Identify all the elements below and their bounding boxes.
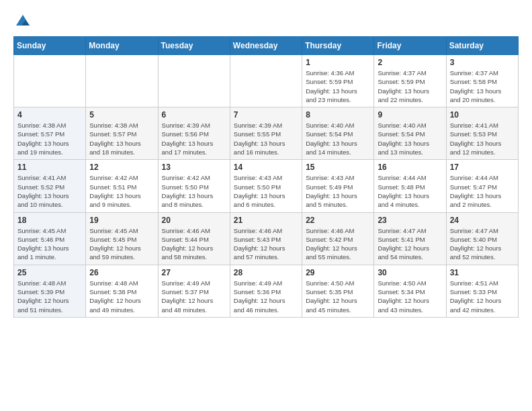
calendar-cell: 27Sunrise: 4:49 AM Sunset: 5:37 PM Dayli… (158, 265, 230, 317)
calendar-day-header: Wednesday (230, 37, 302, 55)
calendar-cell (86, 55, 158, 107)
day-info: Sunrise: 4:45 AM Sunset: 5:45 PM Dayligh… (89, 226, 154, 262)
calendar-cell: 3Sunrise: 4:37 AM Sunset: 5:58 PM Daylig… (446, 55, 518, 107)
calendar-cell: 10Sunrise: 4:41 AM Sunset: 5:53 PM Dayli… (446, 107, 518, 160)
calendar-week-row: 25Sunrise: 4:48 AM Sunset: 5:39 PM Dayli… (14, 265, 519, 317)
day-info: Sunrise: 4:41 AM Sunset: 5:52 PM Dayligh… (17, 173, 82, 209)
day-info: Sunrise: 4:50 AM Sunset: 5:34 PM Dayligh… (378, 279, 442, 314)
day-number: 29 (306, 268, 370, 277)
logo (13, 13, 31, 30)
calendar-cell: 22Sunrise: 4:46 AM Sunset: 5:42 PM Dayli… (302, 212, 374, 265)
day-info: Sunrise: 4:50 AM Sunset: 5:35 PM Dayligh… (306, 279, 370, 314)
day-number: 4 (17, 110, 82, 120)
day-number: 28 (234, 268, 298, 277)
calendar-cell: 8Sunrise: 4:40 AM Sunset: 5:54 PM Daylig… (302, 107, 374, 160)
day-info: Sunrise: 4:37 AM Sunset: 5:59 PM Dayligh… (378, 68, 442, 104)
calendar-cell: 28Sunrise: 4:49 AM Sunset: 5:36 PM Dayli… (230, 265, 302, 317)
calendar-cell: 6Sunrise: 4:39 AM Sunset: 5:56 PM Daylig… (158, 107, 230, 160)
day-info: Sunrise: 4:38 AM Sunset: 5:57 PM Dayligh… (17, 121, 82, 156)
day-number: 18 (17, 216, 82, 225)
day-info: Sunrise: 4:38 AM Sunset: 5:57 PM Dayligh… (89, 121, 154, 156)
day-info: Sunrise: 4:43 AM Sunset: 5:49 PM Dayligh… (306, 173, 370, 209)
day-info: Sunrise: 4:46 AM Sunset: 5:42 PM Dayligh… (306, 226, 370, 262)
day-number: 11 (17, 163, 82, 172)
day-info: Sunrise: 4:48 AM Sunset: 5:38 PM Dayligh… (89, 279, 154, 314)
day-info: Sunrise: 4:49 AM Sunset: 5:37 PM Dayligh… (162, 279, 226, 314)
page-header (13, 13, 519, 30)
day-info: Sunrise: 4:42 AM Sunset: 5:50 PM Dayligh… (162, 173, 226, 209)
calendar-day-header: Monday (86, 37, 158, 55)
calendar-cell: 31Sunrise: 4:51 AM Sunset: 5:33 PM Dayli… (446, 265, 518, 317)
calendar-cell: 23Sunrise: 4:47 AM Sunset: 5:41 PM Dayli… (374, 212, 446, 265)
calendar-cell: 4Sunrise: 4:38 AM Sunset: 5:57 PM Daylig… (14, 107, 86, 160)
calendar-table: SundayMondayTuesdayWednesdayThursdayFrid… (13, 36, 519, 318)
day-info: Sunrise: 4:49 AM Sunset: 5:36 PM Dayligh… (234, 279, 298, 314)
day-number: 21 (234, 216, 298, 225)
calendar-day-header: Friday (374, 37, 446, 55)
day-info: Sunrise: 4:41 AM Sunset: 5:53 PM Dayligh… (450, 121, 515, 156)
day-info: Sunrise: 4:37 AM Sunset: 5:58 PM Dayligh… (450, 68, 515, 104)
calendar-day-header: Saturday (446, 37, 518, 55)
calendar-cell (14, 55, 86, 107)
calendar-day-header: Tuesday (158, 37, 230, 55)
day-number: 8 (306, 110, 370, 120)
calendar-cell: 12Sunrise: 4:42 AM Sunset: 5:51 PM Dayli… (86, 160, 158, 212)
calendar-cell: 7Sunrise: 4:39 AM Sunset: 5:55 PM Daylig… (230, 107, 302, 160)
day-number: 2 (378, 58, 442, 67)
calendar-cell: 5Sunrise: 4:38 AM Sunset: 5:57 PM Daylig… (86, 107, 158, 160)
calendar-cell: 30Sunrise: 4:50 AM Sunset: 5:34 PM Dayli… (374, 265, 446, 317)
day-number: 27 (162, 268, 226, 277)
calendar-cell (158, 55, 230, 107)
calendar-week-row: 4Sunrise: 4:38 AM Sunset: 5:57 PM Daylig… (14, 107, 519, 160)
day-number: 23 (378, 216, 442, 225)
day-number: 5 (89, 110, 154, 120)
day-number: 10 (450, 110, 515, 120)
calendar-cell: 9Sunrise: 4:40 AM Sunset: 5:54 PM Daylig… (374, 107, 446, 160)
day-number: 3 (450, 58, 515, 67)
day-info: Sunrise: 4:42 AM Sunset: 5:51 PM Dayligh… (89, 173, 154, 209)
day-info: Sunrise: 4:45 AM Sunset: 5:46 PM Dayligh… (17, 226, 82, 262)
day-number: 6 (162, 110, 226, 120)
day-info: Sunrise: 4:47 AM Sunset: 5:40 PM Dayligh… (450, 226, 515, 262)
calendar-cell: 21Sunrise: 4:46 AM Sunset: 5:43 PM Dayli… (230, 212, 302, 265)
calendar-cell: 2Sunrise: 4:37 AM Sunset: 5:59 PM Daylig… (374, 55, 446, 107)
calendar-cell: 20Sunrise: 4:46 AM Sunset: 5:44 PM Dayli… (158, 212, 230, 265)
day-number: 14 (234, 163, 298, 172)
day-info: Sunrise: 4:48 AM Sunset: 5:39 PM Dayligh… (17, 279, 82, 314)
calendar-cell: 25Sunrise: 4:48 AM Sunset: 5:39 PM Dayli… (14, 265, 86, 317)
day-number: 17 (450, 163, 515, 172)
day-info: Sunrise: 4:39 AM Sunset: 5:56 PM Dayligh… (162, 121, 226, 156)
calendar-cell: 11Sunrise: 4:41 AM Sunset: 5:52 PM Dayli… (14, 160, 86, 212)
calendar-cell (230, 55, 302, 107)
calendar-cell: 15Sunrise: 4:43 AM Sunset: 5:49 PM Dayli… (302, 160, 374, 212)
calendar-cell: 18Sunrise: 4:45 AM Sunset: 5:46 PM Dayli… (14, 212, 86, 265)
calendar-day-header: Sunday (14, 37, 86, 55)
day-number: 31 (450, 268, 515, 277)
day-number: 1 (306, 58, 370, 67)
calendar-cell: 13Sunrise: 4:42 AM Sunset: 5:50 PM Dayli… (158, 160, 230, 212)
logo-icon (15, 13, 31, 30)
day-number: 16 (378, 163, 442, 172)
calendar-week-row: 1Sunrise: 4:36 AM Sunset: 5:59 PM Daylig… (14, 55, 519, 107)
day-number: 15 (306, 163, 370, 172)
day-number: 12 (89, 163, 154, 172)
day-info: Sunrise: 4:47 AM Sunset: 5:41 PM Dayligh… (378, 226, 442, 262)
day-number: 9 (378, 110, 442, 120)
day-info: Sunrise: 4:44 AM Sunset: 5:48 PM Dayligh… (378, 173, 442, 209)
calendar-cell: 14Sunrise: 4:43 AM Sunset: 5:50 PM Dayli… (230, 160, 302, 212)
day-info: Sunrise: 4:40 AM Sunset: 5:54 PM Dayligh… (378, 121, 442, 156)
day-number: 22 (306, 216, 370, 225)
calendar-week-row: 11Sunrise: 4:41 AM Sunset: 5:52 PM Dayli… (14, 160, 519, 212)
calendar-cell: 26Sunrise: 4:48 AM Sunset: 5:38 PM Dayli… (86, 265, 158, 317)
day-number: 13 (162, 163, 226, 172)
day-info: Sunrise: 4:39 AM Sunset: 5:55 PM Dayligh… (234, 121, 298, 156)
calendar-cell: 17Sunrise: 4:44 AM Sunset: 5:47 PM Dayli… (446, 160, 518, 212)
calendar-week-row: 18Sunrise: 4:45 AM Sunset: 5:46 PM Dayli… (14, 212, 519, 265)
day-number: 24 (450, 216, 515, 225)
day-info: Sunrise: 4:40 AM Sunset: 5:54 PM Dayligh… (306, 121, 370, 156)
day-number: 26 (89, 268, 154, 277)
day-info: Sunrise: 4:44 AM Sunset: 5:47 PM Dayligh… (450, 173, 515, 209)
calendar-cell: 1Sunrise: 4:36 AM Sunset: 5:59 PM Daylig… (302, 55, 374, 107)
day-info: Sunrise: 4:46 AM Sunset: 5:43 PM Dayligh… (234, 226, 298, 262)
day-info: Sunrise: 4:36 AM Sunset: 5:59 PM Dayligh… (306, 68, 370, 104)
